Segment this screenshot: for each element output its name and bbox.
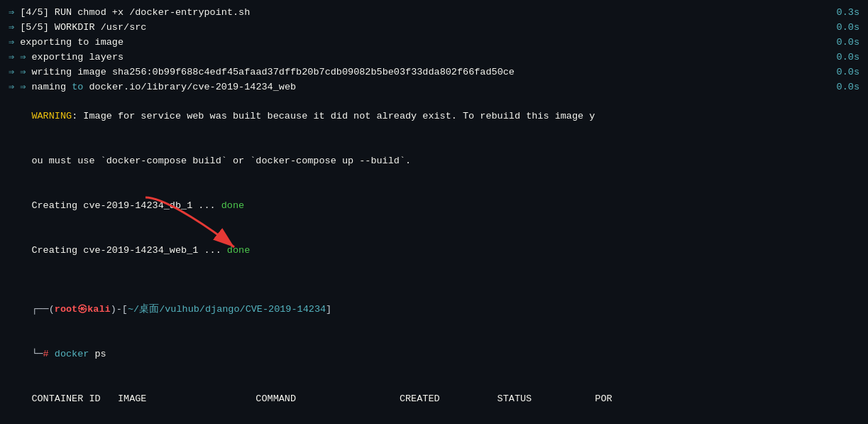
line-content: ⇒ [4/5] RUN chmod +x /docker-entrypoint.… <box>9 6 250 21</box>
command-line-docker-ps: └─# docker ps <box>9 332 859 377</box>
line-content: ⇒ exporting to image <box>9 36 123 50</box>
timing-5: 0.0s <box>837 21 859 36</box>
creating-web: Creating cve-2019-14234_web_1 ... done <box>9 229 859 273</box>
creating-db: Creating cve-2019-14234_db_1 ... done <box>9 184 859 229</box>
timing-layers: 0.0s <box>837 50 859 65</box>
line-content: ⇒ [5/5] WORKDIR /usr/src <box>9 21 146 36</box>
line-content: ⇒ ⇒ exporting layers <box>9 50 123 65</box>
warning-cont: ou must use `docker-compose build` or `d… <box>9 139 859 184</box>
naming-image: ⇒ ⇒ naming to docker.io/library/cve-2019… <box>9 80 859 95</box>
line-content: ⇒ ⇒ naming to docker.io/library/cve-2019… <box>9 80 296 95</box>
warning-line: WARNING: Image for service web was built… <box>9 95 859 140</box>
exporting-layers: ⇒ ⇒ exporting layers 0.0s <box>9 50 859 65</box>
terminal-window: ⇒ [4/5] RUN chmod +x /docker-entrypoint.… <box>0 0 868 424</box>
build-step-4: ⇒ [4/5] RUN chmod +x /docker-entrypoint.… <box>9 6 859 21</box>
prompt-line-1: ┌──(root㉿kali)-[~/桌面/vulhub/django/CVE-2… <box>9 288 859 333</box>
timing-write: 0.0s <box>837 65 859 80</box>
timing-export: 0.0s <box>837 36 859 50</box>
build-step-5: ⇒ [5/5] WORKDIR /usr/src 0.0s <box>9 21 859 36</box>
line-content: ⇒ ⇒ writing image sha256:0b99f688c4edf45… <box>9 65 515 80</box>
blank-line-1 <box>9 273 859 288</box>
exporting-image: ⇒ exporting to image 0.0s <box>9 36 859 50</box>
table-header: CONTAINER ID IMAGE COMMAND CREATED STATU… <box>9 377 859 422</box>
writing-image: ⇒ ⇒ writing image sha256:0b99f688c4edf45… <box>9 65 859 80</box>
timing-4: 0.3s <box>837 6 859 21</box>
timing-name: 0.0s <box>837 80 859 95</box>
